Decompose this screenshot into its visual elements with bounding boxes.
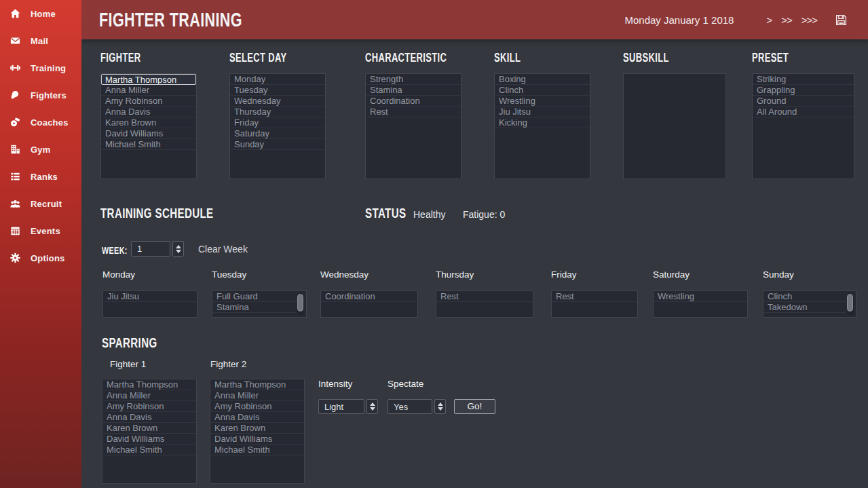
day-label-sunday: Sunday	[763, 269, 794, 280]
list-item[interactable]: Anna Davis	[210, 412, 304, 423]
intensity-select-arrows[interactable]	[366, 399, 378, 414]
go-button[interactable]: Go!	[454, 399, 495, 414]
scrollbar-thumb[interactable]	[847, 294, 853, 312]
spinner-up-icon[interactable]	[176, 245, 181, 248]
list-item[interactable]: Wrestling	[495, 96, 590, 107]
sidebar-item-fighters[interactable]: Fighters	[0, 81, 81, 109]
list-item[interactable]: Anna Miller	[210, 390, 304, 401]
schedule-entry[interactable]: Takedown	[763, 302, 846, 313]
scrollbar-track[interactable]	[297, 293, 304, 315]
list-item[interactable]: Jiu Jitsu	[495, 107, 590, 117]
spinner-up-icon[interactable]	[370, 402, 375, 406]
list-item[interactable]: Clinch	[495, 85, 590, 96]
sidebar-item-home[interactable]: Home	[0, 0, 81, 27]
list-item[interactable]: All Around	[753, 107, 854, 117]
week-spinner-value[interactable]: 1	[131, 241, 170, 257]
list-item[interactable]: Kicking	[495, 117, 590, 128]
schedule-entry[interactable]: Rest	[552, 291, 637, 302]
schedule-entry[interactable]: Stamina	[212, 302, 297, 313]
scrollbar-thumb[interactable]	[297, 294, 303, 312]
wednesday-schedule-box[interactable]: Coordination	[320, 290, 418, 318]
list-item[interactable]: Amy Robinson	[210, 401, 304, 412]
advance-week-button[interactable]: >>	[781, 14, 792, 26]
sidebar-item-options[interactable]: Options	[0, 244, 81, 271]
list-item[interactable]: Boxing	[495, 74, 590, 85]
advance-day-button[interactable]: >	[766, 14, 772, 26]
thursday-schedule-box[interactable]: Rest	[436, 290, 533, 318]
list-item[interactable]: Anna Miller	[101, 85, 196, 96]
schedule-entry[interactable]: Coordination	[321, 291, 417, 302]
status-heading: Status	[365, 205, 406, 221]
saturday-schedule-box[interactable]: Wrestling	[653, 290, 748, 318]
list-item[interactable]: David Williams	[102, 434, 196, 445]
list-item[interactable]: Strength	[366, 74, 461, 85]
list-item[interactable]: Thursday	[230, 107, 325, 117]
spinner-down-icon[interactable]	[438, 407, 443, 411]
list-item[interactable]: Monday	[230, 74, 325, 85]
spinner-down-icon[interactable]	[176, 250, 181, 253]
list-item[interactable]: Karen Brown	[210, 423, 304, 434]
spinner-down-icon[interactable]	[370, 407, 375, 411]
list-item[interactable]: Ground	[753, 96, 854, 107]
monday-schedule-box[interactable]: Jiu Jitsu	[102, 290, 197, 318]
list-item[interactable]: Amy Robinson	[102, 401, 196, 412]
schedule-entry[interactable]: Full Guard	[212, 291, 297, 302]
advance-month-button[interactable]: >>>	[801, 14, 817, 26]
schedule-entry[interactable]: Jiu Jitsu	[103, 291, 197, 302]
list-item[interactable]: Michael Smith	[210, 445, 304, 455]
subskill-listbox[interactable]	[623, 73, 726, 179]
list-item[interactable]: Martha Thompson	[101, 74, 196, 85]
list-item[interactable]: Amy Robinson	[101, 96, 196, 107]
sparring-fighter1-listbox[interactable]: Martha ThompsonAnna MillerAmy RobinsonAn…	[102, 379, 197, 484]
sidebar-item-events[interactable]: Events	[0, 217, 81, 244]
schedule-entry[interactable]: Rest	[436, 291, 533, 302]
list-item[interactable]: Martha Thompson	[210, 379, 304, 390]
list-item[interactable]: Karen Brown	[101, 117, 196, 128]
list-item[interactable]: David Williams	[101, 128, 196, 139]
select-day-listbox[interactable]: MondayTuesdayWednesdayThursdayFridaySatu…	[229, 73, 326, 179]
preset-listbox[interactable]: StrikingGrapplingGroundAll Around	[752, 73, 854, 179]
characteristic-listbox[interactable]: StrengthStaminaCoordinationRest	[365, 73, 461, 179]
list-item[interactable]: Michael Smith	[102, 445, 196, 455]
list-item[interactable]: Michael Smith	[101, 139, 196, 150]
fighter-listbox[interactable]: Martha ThompsonAnna MillerAmy RobinsonAn…	[100, 73, 197, 179]
save-icon[interactable]	[835, 14, 848, 26]
list-item[interactable]: Anna Davis	[101, 107, 196, 117]
list-item[interactable]: Striking	[753, 74, 854, 85]
sidebar-item-ranks[interactable]: Ranks	[0, 163, 81, 190]
schedule-entry[interactable]: Clinch	[763, 291, 846, 302]
sunday-schedule-box[interactable]: ClinchTakedown	[763, 290, 856, 318]
sparring-fighter2-listbox[interactable]: Martha ThompsonAnna MillerAmy RobinsonAn…	[210, 379, 305, 484]
sidebar-item-gym[interactable]: Gym	[0, 136, 81, 163]
list-item[interactable]: Stamina	[366, 85, 461, 96]
spinner-up-icon[interactable]	[438, 402, 443, 406]
list-item[interactable]: Tuesday	[230, 85, 325, 96]
sidebar-item-recruit[interactable]: Recruit	[0, 190, 81, 217]
dumbbell-icon	[9, 62, 21, 74]
sidebar-item-mail[interactable]: Mail	[0, 27, 81, 54]
clear-week-button[interactable]: Clear Week	[198, 244, 248, 255]
list-item[interactable]: Anna Miller	[102, 390, 196, 401]
week-spinner-arrows[interactable]	[172, 241, 184, 257]
list-item[interactable]: Saturday	[230, 128, 325, 139]
tuesday-schedule-box[interactable]: Full GuardStamina	[212, 290, 307, 318]
scrollbar-track[interactable]	[847, 293, 854, 315]
spectate-select-arrows[interactable]	[434, 399, 446, 414]
intensity-select[interactable]: Light	[318, 399, 364, 414]
list-item[interactable]: Coordination	[366, 96, 461, 107]
skill-listbox[interactable]: BoxingClinchWrestlingJiu JitsuKicking	[494, 73, 590, 179]
spectate-select[interactable]: Yes	[388, 399, 432, 414]
sidebar-item-coaches[interactable]: Coaches	[0, 109, 81, 136]
list-item[interactable]: Grappling	[753, 85, 854, 96]
list-item[interactable]: Sunday	[230, 139, 325, 150]
list-item[interactable]: David Williams	[210, 434, 304, 445]
schedule-entry[interactable]: Wrestling	[654, 291, 747, 302]
list-item[interactable]: Wednesday	[230, 96, 325, 107]
friday-schedule-box[interactable]: Rest	[551, 290, 638, 318]
sidebar-item-training[interactable]: Training	[0, 54, 81, 81]
list-item[interactable]: Karen Brown	[102, 423, 196, 434]
list-item[interactable]: Anna Davis	[102, 412, 196, 423]
list-item[interactable]: Friday	[230, 117, 325, 128]
list-item[interactable]: Rest	[366, 107, 461, 117]
list-item[interactable]: Martha Thompson	[102, 379, 196, 390]
